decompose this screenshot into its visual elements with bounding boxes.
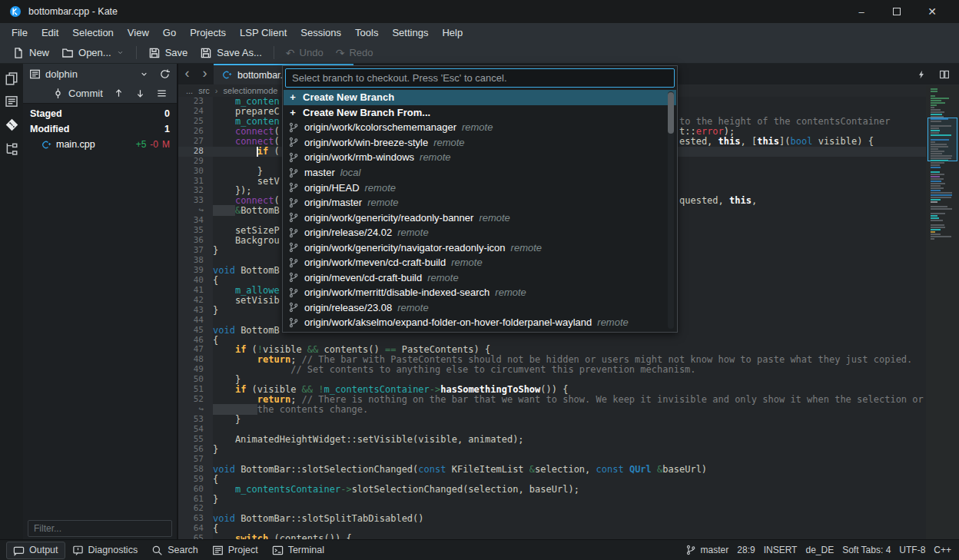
branch-item[interactable]: origin/work/rmb-windowsremote [284, 150, 676, 165]
undo-button[interactable]: ↶Undo [280, 45, 330, 61]
menu-help[interactable]: Help [435, 25, 470, 41]
branch-item[interactable]: origin/work/ [284, 330, 676, 331]
menu-projects[interactable]: Projects [183, 25, 233, 41]
status-tab-mode[interactable]: Soft Tabs: 4 [842, 545, 891, 555]
menu-lsp-client[interactable]: LSP Client [233, 25, 294, 41]
branch-item[interactable]: origin/meven/cd-craft-buildremote [284, 270, 676, 286]
menu-settings[interactable]: Settings [385, 25, 435, 41]
tab-forward-button[interactable]: › [196, 64, 214, 84]
menu-file[interactable]: File [5, 25, 35, 41]
minimap-line-mark [931, 208, 952, 210]
status-branch[interactable]: master [685, 545, 729, 555]
status-dictionary[interactable]: de_DE [805, 545, 834, 555]
minimap-line-mark [931, 227, 945, 228]
branch-item[interactable]: origin/work/merritt/disable-indexed-sear… [284, 285, 676, 300]
push-icon[interactable] [113, 88, 124, 99]
branch-scope-label: remote [511, 242, 542, 253]
toolview-project-button[interactable]: Project [205, 542, 265, 559]
branch-item[interactable]: origin/work/genericity/navigator-readonl… [284, 240, 676, 255]
save-as--button[interactable]: Save As... [194, 45, 268, 61]
toolview-terminal-button[interactable]: Terminal [265, 542, 331, 559]
git-section-modified[interactable]: Modified1 [23, 121, 177, 137]
open-folder-icon [61, 47, 74, 59]
breadcrumb-item[interactable]: ... [186, 86, 193, 95]
branch-item[interactable]: origin/release/24.02remote [284, 225, 676, 240]
new-document-icon [12, 47, 25, 59]
toolview-search-button[interactable]: Search [144, 542, 205, 559]
minimap-scrollbar[interactable] [926, 86, 959, 539]
tab-back-button[interactable]: ‹ [178, 64, 196, 84]
branch-item[interactable]: origin/work/meven/cd-craft-buildremote [284, 255, 676, 270]
status-encoding[interactable]: UTF-8 [899, 545, 925, 555]
line-number: 40 [178, 276, 204, 286]
line-number: 53 [178, 415, 204, 425]
branch-item[interactable]: origin/masterremote [284, 195, 676, 210]
git-branch-icon [288, 272, 299, 283]
menu-view[interactable]: View [121, 25, 156, 41]
commit-button[interactable]: Commit [68, 88, 103, 99]
line-number: 26 [178, 127, 204, 137]
symbols-list-icon[interactable] [5, 94, 18, 108]
toolview-diagnostics-button[interactable]: Diagnostics [65, 542, 145, 559]
menu-selection[interactable]: Selection [65, 25, 120, 41]
minimize-button[interactable]: – [844, 6, 879, 18]
menu-sessions[interactable]: Sessions [294, 25, 348, 41]
close-button[interactable]: ✕ [914, 5, 950, 18]
menu-edit[interactable]: Edit [35, 25, 65, 41]
branch-item[interactable]: +Create New Branch [284, 90, 676, 105]
minimap-line-mark [931, 91, 937, 92]
save-button[interactable]: Save [142, 45, 194, 61]
minimap-line-mark [931, 146, 948, 147]
minimap-line-mark [931, 164, 940, 166]
popup-scrollbar[interactable] [668, 91, 674, 329]
new-button[interactable]: New [6, 45, 55, 61]
minimap-line-mark [931, 162, 944, 164]
status-bar: master28:9INSERTde_DESoft Tabs: 4UTF-8C+… [685, 545, 953, 555]
quick-open-icon[interactable] [917, 69, 926, 80]
project-selector-row: dolphin [23, 64, 177, 84]
menu-go[interactable]: Go [156, 25, 183, 41]
git-section-staged[interactable]: Staged0 [23, 106, 177, 121]
branch-item[interactable]: origin/work/genericity/readonly-bannerre… [284, 210, 676, 225]
chevron-down-icon[interactable] [139, 69, 149, 79]
menu-tools[interactable]: Tools [348, 25, 385, 41]
titlebar: bottombar.cpp - Kate – ✕ [0, 0, 959, 23]
search-icon [151, 545, 163, 556]
status-language[interactable]: C++ [934, 545, 951, 555]
branch-item[interactable]: origin/work/akselmo/expand-folder-on-hov… [284, 315, 676, 330]
commit-icon [52, 88, 64, 99]
split-view-icon[interactable] [939, 69, 950, 80]
toolview-output-button[interactable]: Output [6, 542, 65, 559]
branch-item[interactable]: origin/release/23.08remote [284, 300, 676, 316]
branch-scope-label: remote [462, 121, 493, 133]
project-name[interactable]: dolphin [45, 68, 78, 80]
git-menu-icon[interactable] [156, 88, 168, 99]
open--button[interactable]: Open... [55, 45, 131, 61]
status-input-mode[interactable]: INSERT [764, 545, 798, 555]
documents-icon[interactable] [5, 71, 18, 85]
breadcrumb-item[interactable]: selectionmode [224, 86, 278, 95]
minimap-line-mark [931, 224, 944, 226]
branch-search-input[interactable]: Select branch to checkout. Press 'Esc' t… [285, 68, 675, 88]
git-icon[interactable] [5, 118, 19, 132]
branch-item[interactable]: origin/HEADremote [284, 180, 676, 195]
branch-item[interactable]: origin/work/win-breeze-styleremote [284, 135, 676, 151]
breadcrumb-item[interactable]: src [198, 86, 210, 95]
minimap-line-mark [931, 151, 944, 152]
project-tree-icon[interactable] [5, 141, 18, 155]
minimap-line-mark [931, 199, 941, 200]
redo-button[interactable]: ↷Redo [330, 45, 380, 61]
line-number: 29 [178, 157, 204, 167]
minimap-line-mark [931, 229, 941, 230]
minimap-line-mark [931, 153, 942, 154]
branch-item[interactable]: masterlocal [284, 165, 676, 181]
git-filter-input[interactable]: Filter... [28, 520, 172, 537]
branch-item[interactable]: +Create New Branch From... [284, 105, 676, 121]
minimap-line-mark [931, 111, 944, 113]
branch-item[interactable]: origin/work/kcolorschememanagerremote [284, 120, 676, 135]
status-cursor-position[interactable]: 28:9 [737, 545, 755, 555]
maximize-button[interactable] [879, 6, 914, 18]
refresh-icon[interactable] [159, 68, 171, 80]
pull-icon[interactable] [134, 88, 146, 99]
git-file-main.cpp[interactable]: main.cpp+5-0M [23, 137, 177, 152]
